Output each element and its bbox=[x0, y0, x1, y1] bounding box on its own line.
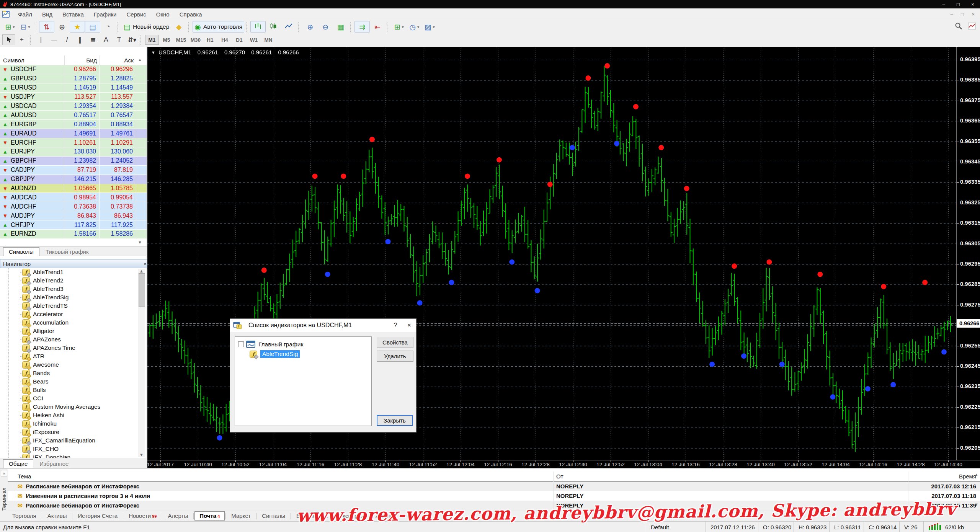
navigator-item-iExposure[interactable]: ƒiExposure bbox=[0, 428, 147, 436]
metaeditor-button[interactable]: ◆ bbox=[171, 21, 186, 33]
mail-row[interactable]: ✉Расписание вебинаров от ИнстаФорексNORE… bbox=[8, 501, 980, 510]
navigator-item-AbleTrendTS[interactable]: ƒAbleTrendTS bbox=[0, 302, 147, 310]
timeframe-D1[interactable]: D1 bbox=[232, 35, 246, 45]
navigator-scrollbar[interactable]: ▲ ▼ bbox=[138, 269, 145, 457]
navigator-item-Alligator[interactable]: ƒAlligator bbox=[0, 327, 147, 335]
market-watch-row-USDJPY[interactable]: ▼USDJPY113.527113.557 bbox=[0, 93, 147, 102]
zoom-in-button[interactable]: ⊕ bbox=[302, 21, 318, 33]
navigator-item-Ichimoku[interactable]: ƒIchimoku bbox=[0, 419, 147, 428]
market-watch-row-USDCHF[interactable]: ▼USDCHF0.962660.96296 bbox=[0, 65, 147, 74]
shapes-tool[interactable]: ⇵▾ bbox=[126, 34, 139, 45]
market-watch-row-USDCAD[interactable]: ▲USDCAD1.293541.29384 bbox=[0, 102, 147, 111]
text-label-tool[interactable]: T bbox=[113, 34, 126, 45]
terminal-tab-История Счета[interactable]: История Счета bbox=[73, 512, 122, 520]
dialog-close-button[interactable]: × bbox=[402, 319, 416, 332]
terminal-toggle[interactable]: ▤ bbox=[85, 21, 100, 33]
market-watch-row-GBPCHF[interactable]: ▲GBPCHF1.239821.24052 bbox=[0, 157, 147, 166]
menu-item-Окно[interactable]: Окно bbox=[151, 11, 175, 18]
timeframe-M5[interactable]: M5 bbox=[160, 35, 173, 45]
fibonacci-tool[interactable]: ≣ bbox=[87, 34, 100, 45]
trendline-tool[interactable]: / bbox=[60, 34, 74, 45]
timeframe-W1[interactable]: W1 bbox=[247, 35, 261, 45]
properties-button[interactable]: Свойства bbox=[377, 337, 413, 348]
market-watch-row-AUDNZD[interactable]: ▼AUDNZD1.056651.05785 bbox=[0, 184, 147, 193]
market-watch-row-EURJPY[interactable]: ▲EURJPY130.030130.060 bbox=[0, 147, 147, 157]
terminal-tab-Библиотека[interactable]: Библиотека bbox=[292, 512, 332, 520]
periods-button[interactable]: ◷▾ bbox=[407, 21, 422, 33]
close-button[interactable]: × bbox=[965, 0, 980, 8]
column-header-Бид[interactable]: Бид bbox=[64, 55, 97, 65]
tree-root-label[interactable]: Главный график bbox=[258, 341, 303, 348]
horizontal-line-tool[interactable]: — bbox=[47, 34, 60, 45]
tab-Символы[interactable]: Символы bbox=[3, 247, 39, 256]
new-order-button[interactable]: ▤Новый ордер bbox=[122, 21, 171, 33]
navigator-tab-Общие[interactable]: Общие bbox=[3, 459, 33, 468]
menu-item-Вид[interactable]: Вид bbox=[37, 11, 57, 18]
timeframe-H1[interactable]: H1 bbox=[203, 35, 217, 45]
navigator-item-Bulls[interactable]: ƒBulls bbox=[0, 386, 147, 394]
menu-item-Файл[interactable]: Файл bbox=[13, 11, 37, 18]
mail-row[interactable]: ✉Расписание вебинаров от ИнстаФорексNORE… bbox=[8, 481, 980, 491]
terminal-tab-Почта[interactable]: Почта4 bbox=[194, 511, 225, 521]
market-watch-row-CADJPY[interactable]: ▼CADJPY87.71987.819 bbox=[0, 166, 147, 175]
search-icon[interactable] bbox=[955, 22, 962, 31]
data-window-button[interactable]: ⊕ bbox=[54, 21, 70, 33]
navigator-item-Bands[interactable]: ƒBands bbox=[0, 369, 147, 377]
terminal-tab-Новости[interactable]: Новости99 bbox=[124, 512, 161, 520]
timeframe-H4[interactable]: H4 bbox=[218, 35, 232, 45]
minimize-button[interactable]: – bbox=[936, 0, 951, 8]
profiles-button[interactable]: ⊟▾ bbox=[18, 21, 33, 33]
menu-item-Сервис[interactable]: Сервис bbox=[121, 11, 151, 18]
terminal-tab-Активы[interactable]: Активы bbox=[43, 512, 72, 520]
navigator-item-Accumulation[interactable]: ƒAccumulation bbox=[0, 318, 147, 327]
navigator-item-Heiken Ashi[interactable]: ƒHeiken Ashi bbox=[0, 411, 147, 419]
navigator-item-APAZones Time[interactable]: ƒAPAZones Time bbox=[0, 344, 147, 352]
autotrading-button[interactable]: ◉Авто-торговля bbox=[193, 21, 244, 33]
navigator-close-icon[interactable]: × bbox=[144, 261, 147, 267]
menu-item-Графики[interactable]: Графики bbox=[89, 11, 122, 18]
market-watch-row-EURCHF[interactable]: ▼EURCHF1.102611.10291 bbox=[0, 138, 147, 147]
vertical-line-tool[interactable]: | bbox=[34, 34, 47, 45]
market-watch-row-GBPUSD[interactable]: ▲GBPUSD1.287951.28825 bbox=[0, 74, 147, 83]
terminal-tab-Маркет[interactable]: Маркет bbox=[227, 512, 255, 520]
navigator-tab-Избранное[interactable]: Избранное bbox=[34, 459, 74, 468]
market-watch-row-AUDCAD[interactable]: ▼AUDCAD0.989540.99054 bbox=[0, 193, 147, 202]
navigator-item-Bears[interactable]: ƒBears bbox=[0, 377, 147, 386]
selected-indicator-label[interactable]: AbleTrendSig bbox=[260, 350, 300, 358]
indicator-tree-listbox[interactable]: − Главный график ƒ AbleTrendSig bbox=[235, 336, 372, 426]
dialog-close-action-button[interactable]: Закрыть bbox=[377, 415, 413, 426]
maximize-button[interactable]: □ bbox=[951, 0, 965, 8]
auto-scroll-toggle[interactable]: ⇉ bbox=[354, 21, 370, 33]
indicators-button[interactable]: ⊞▾ bbox=[391, 21, 407, 33]
navigator-item-Custom Moving Averages[interactable]: ƒCustom Moving Averages bbox=[0, 403, 147, 411]
navigator-item-IFX_CHO[interactable]: ƒIFX_CHO bbox=[0, 445, 147, 453]
chart-candles-button[interactable] bbox=[266, 21, 281, 33]
chart-bars-button[interactable] bbox=[250, 21, 266, 33]
market-watch-row-EURAUD[interactable]: ▲EURAUD1.496911.49761 bbox=[0, 129, 147, 138]
navigator-item-Accelerator[interactable]: ƒAccelerator bbox=[0, 310, 147, 318]
navigator-item-IFX_Donchian[interactable]: ƒIFX_Donchian bbox=[0, 453, 147, 458]
market-watch-toggle[interactable]: ⇅ bbox=[39, 21, 54, 33]
channel-tool[interactable]: ∥ bbox=[74, 34, 87, 45]
tree-collapse-box[interactable]: − bbox=[238, 341, 244, 347]
navigator-scroll-up[interactable]: ▲ bbox=[139, 269, 144, 273]
menu-item-Вставка[interactable]: Вставка bbox=[57, 11, 89, 18]
market-watch-row-GBPJPY[interactable]: ▲GBPJPY146.215146.285 bbox=[0, 175, 147, 184]
navigator-scroll-thumb[interactable] bbox=[139, 273, 145, 307]
mdi-minimize-button[interactable]: – bbox=[946, 11, 957, 17]
timeframe-M1[interactable]: M1 bbox=[145, 35, 159, 45]
mail-row[interactable]: ✉Изменения в расписании торгов 3 и 4 июл… bbox=[8, 491, 980, 501]
new-chart-button[interactable]: ⊞▾ bbox=[2, 21, 18, 33]
chart-shift-toggle[interactable]: ⇤ bbox=[370, 21, 385, 33]
tab-Тиковый график[interactable]: Тиковый график bbox=[40, 247, 95, 256]
navigator-item-AbleTrend1[interactable]: ƒAbleTrend1 bbox=[0, 268, 147, 276]
market-watch-row-EURNZD[interactable]: ▲EURNZD1.581661.58286 bbox=[0, 230, 147, 239]
terminal-tab-Сигналы[interactable]: Сигналы bbox=[257, 512, 290, 520]
navigator-item-AbleTrend2[interactable]: ƒAbleTrend2 bbox=[0, 276, 147, 285]
column-header-Символ[interactable]: Символ bbox=[3, 55, 60, 65]
navigator-item-IFX_CamarilliaEquation[interactable]: ƒIFX_CamarilliaEquation bbox=[0, 436, 147, 445]
strategy-tester-button[interactable]: ◔ bbox=[100, 21, 116, 33]
market-watch-row-AUDCHF[interactable]: ▼AUDCHF0.736380.73738 bbox=[0, 202, 147, 211]
delete-button[interactable]: Удалить bbox=[377, 351, 413, 362]
terminal-scroll-up[interactable]: ▲ bbox=[974, 472, 978, 477]
